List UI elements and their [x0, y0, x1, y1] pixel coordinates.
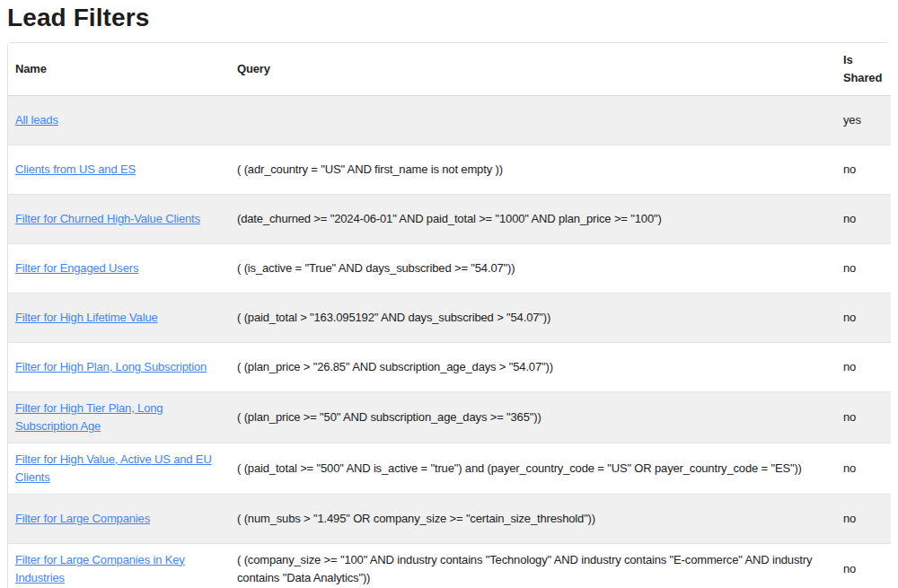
- filter-name-cell: Clients from US and ES: [8, 145, 230, 194]
- filter-name-cell: Filter for High Tier Plan, Long Subscrip…: [8, 391, 230, 443]
- filter-link[interactable]: Clients from US and ES: [15, 162, 136, 176]
- is-shared-value: no: [836, 342, 891, 391]
- table-row: Filter for High Lifetime Value ( (paid_t…: [8, 293, 891, 342]
- filter-query: ( (num_subs > "1.495" OR company_size >=…: [230, 494, 836, 543]
- filter-name-cell: Filter for Large Companies: [8, 494, 230, 543]
- filters-card: Name Query Is Shared All leads yes Clien…: [7, 42, 890, 588]
- filter-link[interactable]: Filter for High Tier Plan, Long Subscrip…: [15, 401, 163, 433]
- table-row: Filter for Large Companies ( (num_subs >…: [8, 494, 891, 543]
- header-row: Name Query Is Shared: [8, 43, 891, 95]
- table-row: Filter for Churned High-Value Clients (d…: [8, 194, 891, 243]
- filter-query: ( (plan_price >= "50" AND subscription_a…: [230, 391, 836, 443]
- table-header: Name Query Is Shared: [8, 43, 891, 95]
- filter-name-cell: Filter for Engaged Users: [8, 243, 230, 293]
- is-shared-value: no: [836, 243, 891, 293]
- page-title: Lead Filters: [7, 4, 890, 32]
- filter-name-cell: Filter for Churned High-Value Clients: [8, 194, 230, 243]
- filter-link[interactable]: Filter for High Plan, Long Subscription: [15, 360, 207, 373]
- is-shared-value: yes: [836, 95, 891, 145]
- filter-query: ( (company_size >= "100" AND industry co…: [230, 543, 836, 588]
- filter-link[interactable]: Filter for Engaged Users: [15, 261, 138, 275]
- filter-query: ( (paid_total >= "500" AND is_active = "…: [230, 443, 836, 494]
- lead-filters-table: Name Query Is Shared All leads yes Clien…: [8, 43, 891, 588]
- filter-query: [230, 95, 836, 145]
- table-row: Clients from US and ES ( (adr_country = …: [8, 145, 891, 194]
- filter-query: ( (adr_country = "US" AND first_name is …: [230, 145, 836, 194]
- filter-name-cell: Filter for Large Companies in Key Indust…: [8, 543, 230, 588]
- is-shared-value: no: [836, 543, 891, 588]
- column-header-name: Name: [8, 43, 230, 95]
- filter-name-cell: Filter for High Lifetime Value: [8, 293, 230, 342]
- table-body: All leads yes Clients from US and ES ( (…: [8, 95, 891, 588]
- filter-name-cell: Filter for High Plan, Long Subscription: [8, 342, 230, 391]
- filter-link[interactable]: All leads: [15, 113, 58, 127]
- filter-query: ( (plan_price > "26.85" AND subscription…: [230, 342, 836, 391]
- filter-link[interactable]: Filter for High Value, Active US and EU …: [15, 452, 212, 484]
- filter-link[interactable]: Filter for High Lifetime Value: [15, 311, 158, 324]
- filter-query: (date_churned >= "2024-06-01" AND paid_t…: [230, 194, 836, 243]
- filter-query: ( (is_active = "True" AND days_subscribe…: [230, 243, 836, 293]
- table-row: Filter for High Tier Plan, Long Subscrip…: [8, 391, 891, 443]
- table-row: Filter for High Plan, Long Subscription …: [8, 342, 891, 391]
- is-shared-value: no: [836, 494, 891, 543]
- filter-link[interactable]: Filter for Churned High-Value Clients: [15, 212, 200, 225]
- table-row: Filter for Large Companies in Key Indust…: [8, 543, 891, 588]
- is-shared-value: no: [836, 145, 891, 194]
- filter-query: ( (paid_total > "163.095192" AND days_su…: [230, 293, 836, 342]
- table-row: All leads yes: [8, 95, 891, 145]
- filter-name-cell: Filter for High Value, Active US and EU …: [8, 443, 230, 494]
- table-row: Filter for Engaged Users ( (is_active = …: [8, 243, 891, 293]
- is-shared-value: no: [836, 293, 891, 342]
- is-shared-value: no: [836, 194, 891, 243]
- filter-link[interactable]: Filter for Large Companies in Key Indust…: [15, 553, 185, 584]
- column-header-query: Query: [230, 43, 836, 95]
- is-shared-value: no: [836, 391, 891, 443]
- table-row: Filter for High Value, Active US and EU …: [8, 443, 891, 494]
- lead-filters-page: Lead Filters Name Query Is Shared All le…: [0, 0, 898, 588]
- is-shared-value: no: [836, 443, 891, 494]
- filter-name-cell: All leads: [8, 95, 230, 145]
- filter-link[interactable]: Filter for Large Companies: [15, 512, 150, 525]
- column-header-is-shared: Is Shared: [836, 43, 891, 95]
